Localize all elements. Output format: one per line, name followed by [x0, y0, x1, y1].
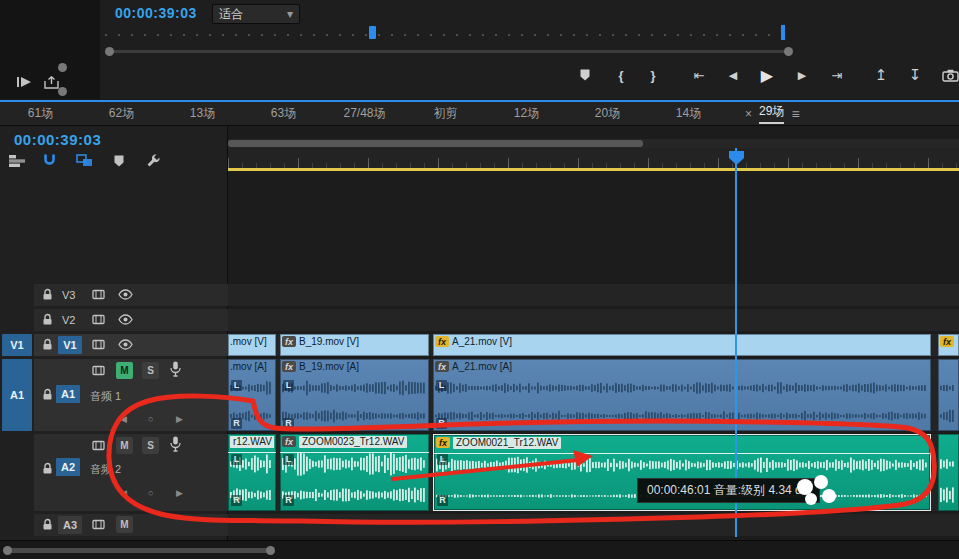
- tab-sequence[interactable]: 63场: [243, 105, 324, 122]
- tab-sequence[interactable]: 20场: [567, 105, 648, 122]
- lock-icon[interactable]: [42, 288, 53, 301]
- tab-sequence[interactable]: 61场: [0, 105, 81, 122]
- clip-v1[interactable]: fxA_21.mov [V]: [433, 334, 931, 356]
- linked-selection-icon[interactable]: [76, 154, 93, 167]
- track-output-eye-icon[interactable]: [118, 314, 133, 325]
- timeline-ruler[interactable]: [228, 148, 959, 168]
- clip-v1-partial[interactable]: fx: [938, 334, 959, 356]
- add-keyframe-icon[interactable]: ○: [148, 488, 153, 498]
- mute-button-a1[interactable]: M: [116, 362, 133, 379]
- lock-icon[interactable]: [42, 338, 53, 351]
- export-frame-button[interactable]: [939, 64, 959, 86]
- tab-sequence[interactable]: 12场: [486, 105, 567, 122]
- go-to-in-button[interactable]: ⇤: [688, 64, 710, 86]
- panel-knob[interactable]: [58, 63, 67, 72]
- step-back-button[interactable]: ◀: [722, 64, 744, 86]
- mute-button-a3[interactable]: M: [116, 516, 133, 533]
- tab-sequence[interactable]: 13场: [162, 105, 243, 122]
- tab-sequence[interactable]: 初剪: [405, 105, 486, 122]
- channel-right-badge: R: [283, 418, 294, 429]
- sync-lock-icon[interactable]: [92, 519, 105, 530]
- track-name-v2[interactable]: V2: [62, 314, 75, 326]
- tab-sequence[interactable]: 27/48场: [324, 105, 405, 122]
- track-lane-v2[interactable]: [228, 309, 959, 331]
- prev-keyframe-icon[interactable]: ◀: [120, 414, 127, 424]
- close-icon[interactable]: ×: [745, 107, 752, 121]
- lock-icon[interactable]: [42, 462, 53, 475]
- clip-v1[interactable]: .mov [V]: [228, 334, 276, 356]
- add-keyframe-icon[interactable]: ○: [148, 414, 153, 424]
- program-zoom-bar[interactable]: [105, 46, 793, 56]
- nested-sequence-icon[interactable]: [8, 154, 26, 168]
- panel-menu-icon[interactable]: ≡: [791, 106, 799, 122]
- timeline-hscroll-thumb[interactable]: [228, 140, 643, 147]
- zoom-handle-right[interactable]: [784, 47, 793, 56]
- add-marker-icon[interactable]: [113, 154, 125, 168]
- track-name-a3[interactable]: A3: [58, 516, 82, 534]
- add-marker-button[interactable]: [574, 64, 596, 86]
- panel-knob[interactable]: [58, 87, 67, 96]
- zoom-handle-left[interactable]: [105, 47, 114, 56]
- tab-sequence[interactable]: 14场: [648, 105, 729, 122]
- program-scrubber[interactable]: [105, 26, 793, 42]
- voiceover-mic-icon[interactable]: [170, 361, 181, 377]
- clip-a1-partial[interactable]: [938, 359, 959, 431]
- track-output-eye-icon[interactable]: [118, 339, 133, 350]
- clip-a2[interactable]: r12.WAV L R: [228, 434, 276, 511]
- sync-lock-icon[interactable]: [92, 440, 105, 451]
- clip-a2-partial[interactable]: [938, 434, 959, 511]
- sync-lock-icon[interactable]: [92, 314, 105, 325]
- source-patch-a1[interactable]: A1: [2, 359, 32, 431]
- next-keyframe-icon[interactable]: ▶: [176, 414, 183, 424]
- volume-rubber-band[interactable]: [434, 453, 930, 454]
- export-icon[interactable]: [44, 76, 59, 89]
- track-name-v3[interactable]: V3: [62, 289, 75, 301]
- mute-button-a2[interactable]: M: [116, 437, 133, 454]
- clip-a1[interactable]: fxB_19.mov [A] L R: [280, 359, 429, 431]
- tab-sequence[interactable]: 62场: [81, 105, 162, 122]
- lock-icon[interactable]: [42, 388, 53, 401]
- zoom-level-select[interactable]: 适合 ▾: [212, 4, 300, 24]
- timeline-settings-wrench-icon[interactable]: [146, 153, 161, 168]
- zoom-scrollbar-track[interactable]: [8, 548, 268, 553]
- lock-icon[interactable]: [42, 313, 53, 326]
- snap-magnet-icon[interactable]: [42, 153, 57, 168]
- sync-lock-icon[interactable]: [92, 365, 105, 376]
- play-in-to-out-icon[interactable]: [16, 76, 32, 88]
- solo-button-a1[interactable]: S: [142, 362, 159, 379]
- lift-button[interactable]: ↥: [870, 64, 892, 86]
- clip-a1[interactable]: .mov [A] L R: [228, 359, 276, 431]
- zoom-scrollbar-handle-right[interactable]: [266, 546, 275, 555]
- sync-lock-icon[interactable]: [92, 289, 105, 300]
- timeline-hscroll-track[interactable]: [228, 139, 959, 148]
- voiceover-mic-icon[interactable]: [170, 436, 181, 452]
- volume-rubber-band[interactable]: [228, 452, 276, 453]
- program-timecode[interactable]: 00:00:39:03: [115, 5, 197, 21]
- play-button[interactable]: ▶: [756, 64, 778, 86]
- scrubber-playhead[interactable]: [369, 26, 376, 39]
- sync-lock-icon[interactable]: [92, 339, 105, 350]
- volume-rubber-band[interactable]: [280, 452, 429, 453]
- source-patch-v1[interactable]: V1: [2, 334, 32, 356]
- clip-v1[interactable]: fxB_19.mov [V]: [280, 334, 429, 356]
- solo-button-a2[interactable]: S: [142, 437, 159, 454]
- mark-in-button[interactable]: {: [610, 64, 632, 86]
- mark-out-button[interactable]: }: [642, 64, 664, 86]
- go-to-out-button[interactable]: ⇥: [826, 64, 848, 86]
- track-lane-v3[interactable]: [228, 284, 959, 306]
- clip-a1[interactable]: fxA_21.mov [A] L R: [433, 359, 931, 431]
- step-forward-button[interactable]: ▶: [791, 64, 813, 86]
- timeline-timecode[interactable]: 00:00:39:03: [14, 131, 101, 148]
- track-lane-a3[interactable]: [228, 514, 959, 536]
- lock-icon[interactable]: [42, 518, 53, 531]
- tab-sequence-active[interactable]: × 29场 ≡: [745, 103, 800, 124]
- track-name-a1[interactable]: A1: [56, 385, 80, 403]
- zoom-scrollbar-handle-left[interactable]: [3, 546, 12, 555]
- track-output-eye-icon[interactable]: [118, 289, 133, 300]
- track-name-a2[interactable]: A2: [56, 458, 80, 476]
- extract-button[interactable]: ↧: [904, 64, 926, 86]
- prev-keyframe-icon[interactable]: ◀: [120, 488, 127, 498]
- track-name-v1[interactable]: V1: [58, 336, 82, 354]
- clip-a2[interactable]: fxZOOM0023_Tr12.WAV L R: [280, 434, 429, 511]
- next-keyframe-icon[interactable]: ▶: [176, 488, 183, 498]
